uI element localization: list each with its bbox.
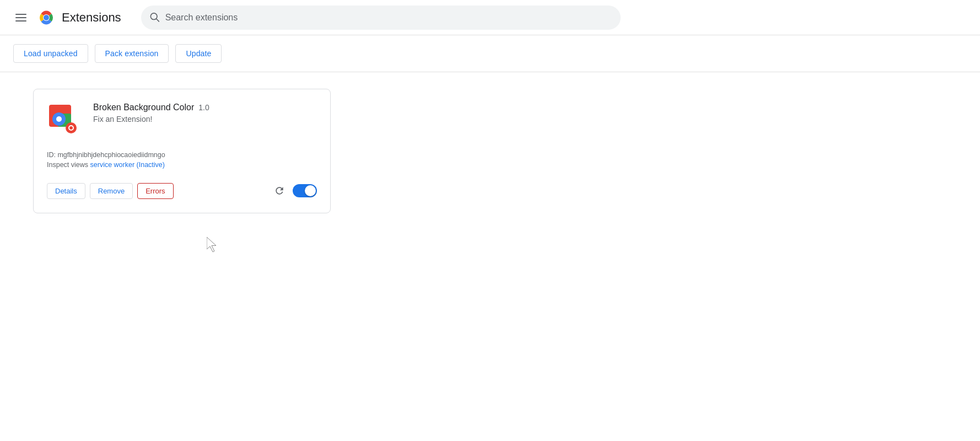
chrome-logo: [37, 9, 55, 26]
extension-header: Broken Background Color 1.0 Fix an Exten…: [47, 103, 317, 138]
extension-version: 1.0: [198, 103, 209, 112]
search-bar: [141, 6, 621, 30]
page-header: Extensions: [0, 0, 980, 35]
search-icon: [149, 11, 160, 24]
svg-point-12: [56, 116, 62, 122]
extension-info: Broken Background Color 1.0 Fix an Exten…: [93, 103, 317, 128]
details-button[interactable]: Details: [47, 183, 85, 199]
remove-button[interactable]: Remove: [90, 183, 133, 199]
main-content: Broken Background Color 1.0 Fix an Exten…: [0, 72, 980, 230]
toggle-knob: [305, 185, 316, 196]
update-button[interactable]: Update: [175, 44, 222, 63]
extension-id: ID: mgfbhjnibhjdehcphiocaoiediidmngo: [47, 151, 317, 159]
page-title: Extensions: [62, 10, 121, 25]
cursor: [207, 237, 220, 255]
search-input[interactable]: [141, 6, 621, 30]
extension-description: Fix an Extension!: [93, 115, 317, 123]
toolbar: Load unpacked Pack extension Update: [0, 35, 980, 72]
reload-button[interactable]: [271, 182, 288, 200]
extension-toggle[interactable]: [293, 184, 317, 197]
extension-name: Broken Background Color: [93, 103, 194, 112]
pack-extension-button[interactable]: Pack extension: [95, 44, 169, 63]
extension-inspect: Inspect views service worker (Inactive): [47, 161, 317, 169]
extension-card: Broken Background Color 1.0 Fix an Exten…: [33, 89, 331, 213]
extension-icon: [47, 103, 82, 138]
errors-button[interactable]: Errors: [137, 183, 173, 199]
svg-point-3: [44, 15, 49, 20]
header-left: Extensions: [11, 9, 121, 26]
service-worker-link[interactable]: service worker (Inactive): [90, 161, 165, 169]
extension-name-row: Broken Background Color 1.0: [93, 103, 317, 112]
extension-meta: ID: mgfbhjnibhjdehcphiocaoiediidmngo Ins…: [47, 151, 317, 169]
menu-button[interactable]: [11, 9, 31, 26]
svg-point-11: [69, 126, 73, 130]
extension-footer: Details Remove Errors: [47, 178, 317, 200]
svg-line-5: [156, 19, 159, 21]
load-unpacked-button[interactable]: Load unpacked: [13, 44, 88, 63]
